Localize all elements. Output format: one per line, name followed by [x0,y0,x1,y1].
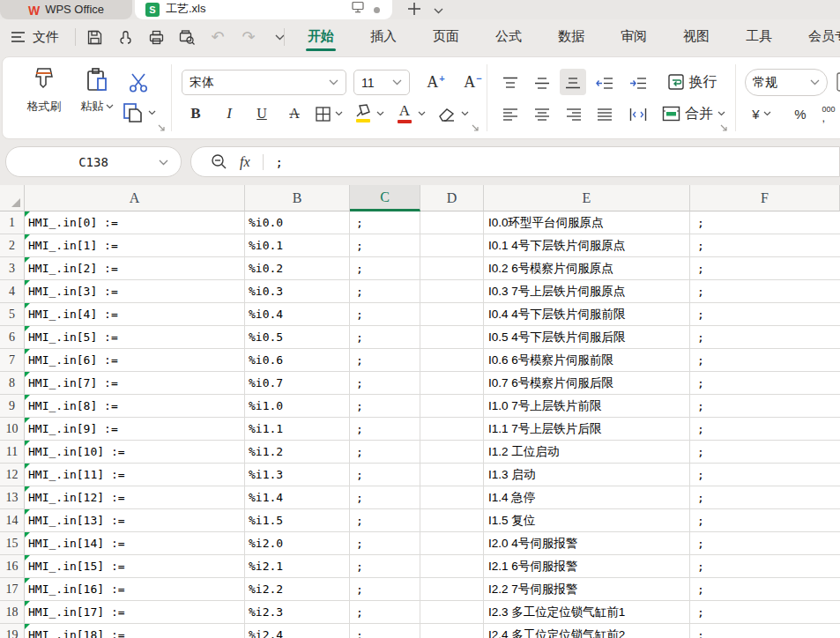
merge-cells-button[interactable]: 合并 [655,101,732,126]
cell-E15[interactable]: I2.0 4号伺服报警 [484,532,690,555]
undo-button[interactable]: ↶ [208,27,227,47]
cell-D3[interactable] [420,257,484,280]
decrease-font-size-button[interactable]: A− [459,70,486,95]
distribute-text-button[interactable] [625,103,651,126]
comma-format-button[interactable]: 000 , [815,101,840,126]
cell-E10[interactable]: I1.1 7号上层铁片后限 [484,418,690,441]
increase-font-size-button[interactable]: A+ [422,70,449,95]
cell-C2[interactable]: ; [350,234,420,257]
row-header-8[interactable]: 8 [0,372,25,395]
cell-E2[interactable]: I0.1 4号下层铁片伺服原点 [484,234,690,257]
ribbon-tab-插入[interactable]: 插入 [370,19,397,55]
align-center-button[interactable] [530,103,554,126]
cell-F10[interactable]: ; [690,418,840,441]
cell-C9[interactable]: ; [350,395,420,418]
cell-E16[interactable]: I2.1 6号伺服报警 [484,555,690,578]
cell-E18[interactable]: I2.3 多工位定位锁气缸前1 [484,601,690,624]
cell-B12[interactable]: %i1.3 [245,464,350,486]
row-header-17[interactable]: 17 [0,578,25,601]
bold-button[interactable]: B [184,101,207,126]
cell-E4[interactable]: I0.3 7号上层铁片伺服原点 [484,280,690,303]
borders-button[interactable] [311,101,346,126]
ribbon-tab-工具[interactable]: 工具 [746,19,772,55]
cell-B10[interactable]: %i1.1 [245,418,350,441]
justify-button[interactable] [591,103,618,126]
cell-F3[interactable]: ; [690,257,840,280]
cell-D4[interactable] [420,280,484,303]
cell-A17[interactable]: HMI_.in[16] := [25,578,245,601]
cell-A8[interactable]: HMI_.in[7] := [25,372,245,395]
cell-B13[interactable]: %i1.4 [245,486,350,509]
ribbon-tab-会员专享[interactable]: 会员专享 [808,19,840,55]
cell-F2[interactable]: ; [690,234,840,257]
column-header-B[interactable]: B [245,185,350,211]
search-icon[interactable] [211,153,227,170]
cell-A1[interactable]: HMI_.in[0] := [25,211,245,234]
select-all-button[interactable] [0,185,25,211]
cell-B3[interactable]: %i0.2 [245,257,350,280]
cell-A15[interactable]: HMI_.in[14] := [25,532,245,555]
qat-chevron-icon[interactable] [270,27,289,47]
row-header-6[interactable]: 6 [0,326,25,349]
column-header-A[interactable]: A [25,185,245,211]
cell-B5[interactable]: %i0.4 [245,303,350,326]
cell-F13[interactable]: ; [690,486,840,509]
file-menu-button[interactable]: 文件 [33,29,59,46]
cell-F5[interactable]: ; [690,303,840,326]
cell-B15[interactable]: %i2.0 [245,532,350,555]
cell-B6[interactable]: %i0.5 [245,326,350,349]
cell-A13[interactable]: HMI_.in[12] := [25,486,245,509]
cell-D6[interactable] [420,326,484,349]
cell-C7[interactable]: ; [350,349,420,372]
ribbon-tab-页面[interactable]: 页面 [433,19,459,55]
cell-E7[interactable]: I0.6 6号模察片伺服前限 [484,349,690,372]
cell-F19[interactable]: ; [690,624,840,638]
wrap-text-button[interactable]: 换行 [657,70,727,94]
cell-D19[interactable] [420,624,484,638]
cell-F6[interactable]: ; [690,326,840,349]
ribbon-tab-数据[interactable]: 数据 [558,19,584,55]
font-family-select[interactable]: 宋体 [182,70,346,95]
cell-D9[interactable] [420,395,484,418]
cell-D13[interactable] [420,486,484,509]
cell-E12[interactable]: I1.3 启动 [484,464,690,486]
row-header-11[interactable]: 11 [0,441,25,464]
cell-B7[interactable]: %i0.6 [245,349,350,372]
cell-F14[interactable]: ; [690,509,840,532]
cell-B8[interactable]: %i0.7 [245,372,350,395]
column-header-D[interactable]: D [420,185,484,211]
export-pdf-button[interactable] [115,27,135,47]
cell-C8[interactable]: ; [350,372,420,395]
ribbon-tab-开始[interactable]: 开始 [308,19,334,55]
redo-button[interactable]: ↷ [239,27,258,47]
paste-button[interactable]: 粘贴 [75,66,119,115]
cell-D2[interactable] [420,234,484,257]
print-button[interactable] [146,27,166,47]
font-color-button[interactable]: A [392,101,429,126]
chevron-down-icon[interactable] [159,160,168,166]
cell-D10[interactable] [420,418,484,441]
cell-E8[interactable]: I0.7 6号模察片伺服后限 [484,372,690,395]
cell-B2[interactable]: %i0.1 [245,234,350,257]
cell-C16[interactable]: ; [350,555,420,578]
cell-B18[interactable]: %i2.3 [245,601,350,624]
cell-E19[interactable]: I2.4 多工位定位锁气缸前2 [484,624,690,638]
strikethrough-button[interactable]: A [283,101,306,126]
cell-C11[interactable]: ; [350,441,420,464]
new-tab-button[interactable] [405,0,423,18]
cell-F7[interactable]: ; [690,349,840,372]
underline-button[interactable]: U [250,101,273,126]
row-header-1[interactable]: 1 [0,211,25,234]
cell-B14[interactable]: %i1.5 [245,509,350,532]
row-header-18[interactable]: 18 [0,601,25,624]
cell-D12[interactable] [420,464,484,486]
row-header-4[interactable]: 4 [0,280,25,303]
align-bottom-button[interactable] [560,69,586,95]
cell-A7[interactable]: HMI_.in[6] := [25,349,245,372]
align-left-button[interactable] [498,103,523,126]
column-header-C[interactable]: C [350,185,420,211]
row-header-16[interactable]: 16 [0,555,25,578]
cell-B17[interactable]: %i2.2 [245,578,350,601]
cell-A14[interactable]: HMI_.in[13] := [25,509,245,532]
row-header-15[interactable]: 15 [0,532,25,555]
